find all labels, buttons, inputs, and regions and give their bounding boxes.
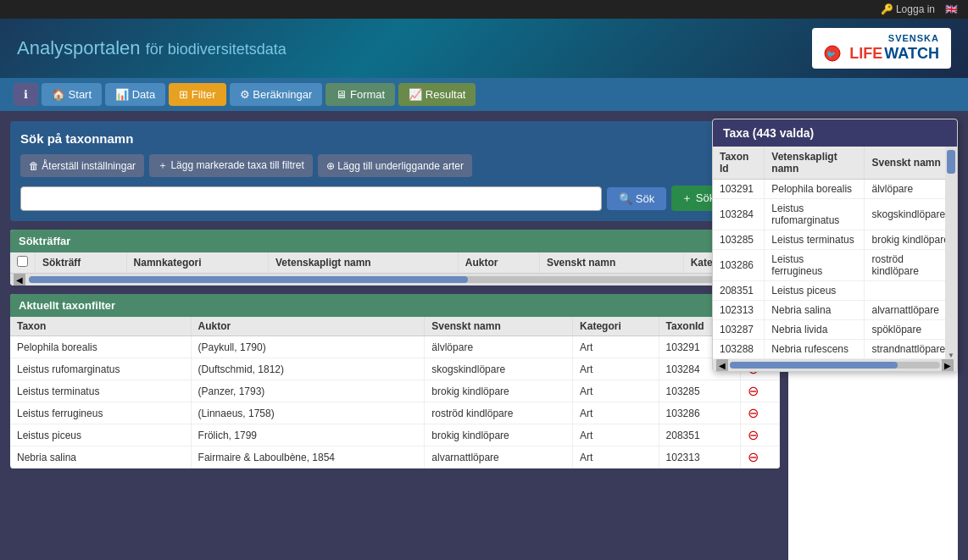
popup-vet-cell: Leistus ferrugineus (765, 250, 865, 281)
taxa-scroll-right[interactable]: ▶ (942, 359, 954, 371)
left-panel: Sök på taxonnamn 🗑 Återställ inställning… (10, 121, 780, 560)
kategori-cell: Art (573, 380, 659, 402)
restore-button[interactable]: 🗑 Återställ inställningar (20, 154, 144, 177)
add-subordinate-button[interactable]: ⊕ Lägg till underliggande arter (318, 154, 472, 177)
auktor-cell: (Linnaeus, 1758) (191, 402, 425, 424)
popup-vet-cell: Leistus rufomarginatus (765, 199, 865, 230)
soktrafar-scrollbar: ◀ ▶ (10, 274, 780, 286)
soktrafar-table: Sökträff Namnkategori Vetenskapligt namn… (10, 252, 780, 274)
col-auktor: Auktor (458, 252, 539, 274)
info-button[interactable]: ℹ (14, 83, 38, 106)
delete-button[interactable]: ⊖ (748, 449, 759, 465)
taxon-cell: Leistus ferrugineus (10, 402, 191, 424)
format-button[interactable]: 🖥 Format (325, 83, 395, 106)
popup-col-id: Taxon Id (713, 147, 765, 180)
start-button[interactable]: 🏠 Start (42, 83, 102, 106)
svenskt-cell: alvarnattlöpare (425, 446, 573, 469)
login-link[interactable]: 🔑 Logga in (881, 3, 935, 15)
popup-vet-cell: Nebria livida (765, 320, 865, 340)
delete-button[interactable]: ⊖ (748, 405, 759, 421)
popup-id-cell: 103285 (713, 230, 765, 250)
taxon-cell: Nebria salina (10, 446, 191, 469)
delete-cell[interactable]: ⊖ (740, 424, 779, 446)
list-item[interactable]: 103285 Leistus terminatus brokig kindlöp… (713, 230, 957, 250)
header-title: Analysportalen för biodiversitetsdata (17, 37, 287, 59)
title-sub: för biodiversitetsdata (146, 41, 287, 58)
col-vetenskapligt: Vetenskapligt namn (269, 252, 459, 274)
tcol-kategori: Kategori (573, 317, 659, 336)
auktor-cell: (Duftschmid, 1812) (191, 358, 425, 380)
taxa-popup-header: Taxa (443 valda) (713, 119, 957, 147)
delete-button[interactable]: ⊖ (748, 383, 759, 399)
auktor-cell: (Panzer, 1793) (191, 380, 425, 402)
popup-sv-cell: strandnattlöpare (865, 340, 957, 359)
search-button[interactable]: 🔍 Sök (607, 187, 666, 210)
delete-cell[interactable]: ⊖ (740, 446, 779, 469)
popup-sv-cell: spöklöpare (865, 320, 957, 340)
search-input-row: 🔍 Sök ＋ Sökalternativ (20, 186, 770, 211)
table-row: Leistus ferrugineus (Linnaeus, 1758) ros… (10, 402, 780, 424)
scroll-track[interactable] (29, 276, 761, 283)
resultat-button[interactable]: 📈 Resultat (398, 83, 476, 106)
soktrafar-header: Sökträffar (10, 230, 780, 252)
logo-icon: 🐦 (824, 43, 848, 64)
taxon-cell: Pelophila borealis (10, 336, 191, 358)
taxa-scroll-thumb-v (947, 150, 955, 174)
list-item[interactable]: 102313 Nebria salina alvarnattlöpare (713, 301, 957, 320)
kategori-cell: Art (573, 402, 659, 424)
taxa-scroll-left[interactable]: ◀ (716, 359, 728, 371)
popup-id-cell: 103286 (713, 250, 765, 281)
id-cell: 102313 (659, 446, 740, 469)
add-taxa-button[interactable]: ＋ Lägg markerade taxa till filtret (149, 154, 313, 177)
list-item[interactable]: 103287 Nebria livida spöklöpare (713, 320, 957, 340)
popup-id-cell: 103284 (713, 199, 765, 230)
data-button[interactable]: 📊 Data (105, 83, 165, 106)
popup-col-vetenskapligt: Vetenskapligt namn (765, 147, 865, 180)
id-cell: 103286 (659, 402, 740, 424)
svg-text:🐦: 🐦 (826, 49, 837, 59)
svenskt-cell: skogskindlöpare (425, 358, 573, 380)
taxa-scroll-track-h[interactable] (730, 362, 940, 369)
logo: SVENSKA 🐦 LIFE WATCH (812, 28, 951, 69)
popup-vet-cell: Nebria rufescens (765, 340, 865, 359)
select-all-checkbox[interactable] (17, 256, 28, 267)
delete-cell[interactable]: ⊖ (740, 380, 779, 402)
taxon-filter-section: Aktuellt taxonfilter Taxon Auktor Svensk… (10, 294, 780, 469)
list-item[interactable]: 103291 Pelophila borealis älvlöpare (713, 180, 957, 199)
language-flag[interactable]: 🇬🇧 (945, 3, 958, 15)
popup-sv-cell: brokig kindlöpare (865, 230, 957, 250)
header: Analysportalen för biodiversitetsdata SV… (0, 19, 968, 78)
delete-cell[interactable]: ⊖ (740, 402, 779, 424)
table-row: Nebria salina Fairmaire & Laboulbène, 18… (10, 446, 780, 469)
popup-id-cell: 102313 (713, 301, 765, 320)
list-item[interactable]: 208351 Leistus piceus (713, 281, 957, 301)
svenskt-cell: brokig kindlöpare (425, 380, 573, 402)
berakningar-button[interactable]: ⚙ Beräkningar (230, 83, 323, 106)
list-item[interactable]: 103288 Nebria rufescens strandnattlöpare (713, 340, 957, 359)
id-cell: 103285 (659, 380, 740, 402)
tcol-svenskt: Svenskt namn (425, 317, 573, 336)
taxa-scroll-thumb-h (730, 362, 898, 369)
tcol-taxon: Taxon (10, 317, 191, 336)
popup-vet-cell: Pelophila borealis (765, 180, 865, 199)
logo-watch: WATCH (884, 45, 939, 63)
logo-svenska: SVENSKA (888, 33, 939, 43)
taxon-filter-header: Aktuellt taxonfilter (10, 294, 780, 317)
kategori-cell: Art (573, 358, 659, 380)
popup-vet-cell: Leistus terminatus (765, 230, 865, 250)
list-item[interactable]: 103284 Leistus rufomarginatus skogskindl… (713, 199, 957, 230)
scroll-left-arrow[interactable]: ◀ (14, 274, 25, 286)
delete-button[interactable]: ⊖ (748, 427, 759, 443)
taxa-scrollbar-vertical[interactable]: ▼ (945, 147, 957, 359)
taxon-cell: Leistus piceus (10, 424, 191, 446)
taxa-popup-table: Taxon Id Vetenskapligt namn Svenskt namn… (713, 147, 957, 359)
popup-vet-cell: Leistus piceus (765, 281, 865, 301)
list-item[interactable]: 103286 Leistus ferrugineus roströd kindl… (713, 250, 957, 281)
table-row: Leistus rufomarginatus (Duftschmid, 1812… (10, 358, 780, 380)
kategori-cell: Art (573, 336, 659, 358)
popup-id-cell: 103287 (713, 320, 765, 340)
search-input[interactable] (20, 186, 602, 211)
filter-button[interactable]: ⊞ Filter (169, 83, 226, 106)
table-row: Pelophila borealis (Paykull, 1790) älvlö… (10, 336, 780, 358)
taxa-scroll-down-arrow[interactable]: ▼ (948, 352, 954, 359)
